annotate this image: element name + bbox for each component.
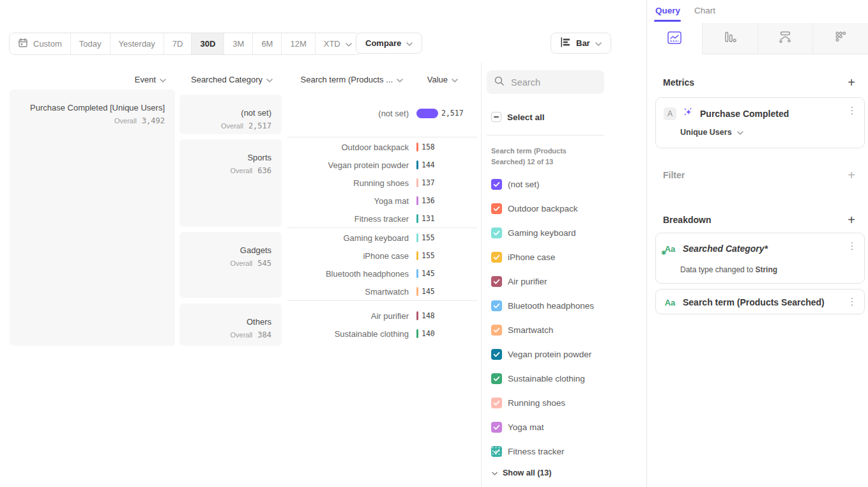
date-range-xtd[interactable]: XTD [316, 33, 360, 54]
legend-search-box[interactable] [487, 70, 604, 94]
column-header-value[interactable]: Value [409, 75, 458, 84]
column-header-event[interactable]: Event [10, 75, 166, 84]
divider [487, 135, 604, 135]
breakdown-card-searched-category[interactable]: Aa✱ Searched Category* ⋮ Data type chang… [655, 233, 865, 284]
colored-checkbox[interactable] [491, 300, 502, 311]
search-input[interactable] [510, 77, 597, 88]
column-header-searched-category[interactable]: Searched Category [179, 75, 273, 84]
term-row[interactable]: Running shoes137 [287, 174, 477, 192]
date-range-today[interactable]: Today [71, 33, 110, 54]
date-range-7d[interactable]: 7D [164, 33, 192, 54]
legend-item-sustainable-clothing[interactable]: Sustainable clothing [491, 372, 585, 385]
colored-checkbox[interactable] [491, 349, 502, 360]
term-row[interactable]: Smartwatch145 [287, 282, 477, 300]
colored-checkbox[interactable] [491, 276, 502, 287]
compare-button[interactable]: Compare [356, 33, 422, 54]
legend-item-vegan-protein-powder[interactable]: Vegan protein powder [491, 348, 591, 360]
term-label: Outdoor backpack [287, 143, 416, 152]
metrics-section-header: Metrics + [663, 76, 855, 89]
category-name: Gadgets [190, 245, 271, 255]
add-breakdown-button[interactable]: + [848, 213, 855, 226]
select-all-checkbox-row[interactable]: Select all [491, 112, 545, 122]
legend-item-gaming-keyboard[interactable]: Gaming keyboard [491, 226, 576, 239]
tab-chart[interactable]: Chart [694, 6, 715, 15]
add-metric-button[interactable]: + [848, 76, 855, 89]
kebab-menu-icon[interactable]: ⋮ [846, 105, 858, 116]
term-label: iPhone case [287, 251, 416, 261]
colored-checkbox[interactable] [491, 398, 502, 408]
term-row[interactable]: Outdoor backpack158 [287, 138, 477, 156]
term-row[interactable]: Air purifier148 [287, 307, 477, 325]
indeterminate-checkbox[interactable] [491, 112, 501, 122]
calendar-icon [18, 38, 28, 50]
colored-checkbox[interactable] [491, 422, 502, 433]
date-range-30d[interactable]: 30D [192, 33, 224, 54]
legend-caption: Search term (Products Searched) 12 of 13 [491, 146, 598, 167]
term-row[interactable]: iPhone case155 [287, 247, 477, 265]
kebab-menu-icon[interactable]: ⋮ [846, 296, 858, 307]
metric-card[interactable]: A Purchase Completed ⋮ Unique Users [655, 97, 865, 148]
date-range-yesterday[interactable]: Yesterday [110, 33, 164, 54]
category-cell[interactable]: (not set)Overall2,517 [179, 95, 282, 134]
term-row[interactable]: Fitness tracker131 [287, 210, 477, 228]
category-cell[interactable]: GadgetsOverall545 [179, 232, 282, 298]
breakdown-section-header: Breakdown + [663, 213, 855, 226]
date-range-12m[interactable]: 12M [282, 33, 315, 54]
value-bar [416, 251, 418, 260]
event-overall: Overall3,492 [20, 116, 165, 125]
legend-item-label: Fitness tracker [508, 447, 565, 456]
colored-checkbox[interactable] [491, 228, 502, 238]
legend-item-running-shoes[interactable]: Running shoes [491, 396, 565, 409]
colored-checkbox[interactable] [491, 179, 502, 190]
date-range-3m[interactable]: 3M [224, 33, 253, 54]
breakdown-card-search-term[interactable]: Aa Search term (Products Searched) ⋮ [655, 289, 865, 314]
legend-panel-divider [481, 63, 482, 487]
tab-insights[interactable] [647, 23, 702, 54]
category-overall: Overall2,517 [190, 121, 271, 130]
value-number: 148 [422, 311, 435, 320]
chevron-down-icon [346, 39, 352, 49]
chevron-down-icon [595, 38, 602, 48]
legend-item-outdoor-backpack[interactable]: Outdoor backpack [491, 202, 578, 215]
tab-query[interactable]: Query [655, 6, 680, 15]
colored-checkbox[interactable] [491, 373, 502, 384]
term-row[interactable]: Gaming keyboard155 [287, 229, 477, 247]
tab-retention[interactable] [812, 23, 868, 54]
column-header-search-term[interactable]: Search term (Products ... [287, 75, 403, 84]
add-filter-button[interactable]: + [848, 169, 855, 182]
select-all-label: Select all [507, 112, 545, 122]
retention-icon [834, 31, 848, 46]
event-cell[interactable]: Purchase Completed [Unique Users] Overal… [10, 89, 175, 346]
term-row[interactable]: Bluetooth headphones145 [287, 265, 477, 282]
legend-item-air-purifier[interactable]: Air purifier [491, 275, 547, 288]
term-row[interactable]: Sustainable clothing140 [287, 325, 477, 343]
category-cell[interactable]: SportsOverall636 [179, 139, 282, 227]
colored-checkbox[interactable] [491, 203, 502, 214]
kebab-menu-icon[interactable]: ⋮ [846, 240, 858, 252]
colored-checkbox[interactable] [491, 252, 502, 263]
date-range-custom[interactable]: Custom [10, 33, 71, 54]
term-row[interactable]: (not set)2,517 [287, 104, 477, 122]
tab-flows[interactable] [758, 23, 813, 54]
category-cell[interactable]: OthersOverall384 [179, 304, 282, 346]
term-value-cell: 140 [416, 329, 477, 338]
legend-item-yoga-mat[interactable]: Yoga mat [491, 421, 544, 433]
term-row[interactable]: Vegan protein powder144 [287, 156, 477, 174]
legend-item-iphone-case[interactable]: iPhone case [491, 251, 555, 263]
term-value-cell: 136 [416, 196, 477, 205]
colored-checkbox[interactable] [491, 446, 502, 457]
legend-item-bluetooth-headphones[interactable]: Bluetooth headphones [491, 299, 594, 312]
date-range-6m[interactable]: 6M [253, 33, 282, 54]
colored-checkbox[interactable] [491, 325, 502, 336]
legend-item-smartwatch[interactable]: Smartwatch [491, 323, 553, 336]
term-row[interactable]: Yoga mat136 [287, 192, 477, 210]
value-bar [416, 311, 418, 320]
measure-dropdown[interactable]: Unique Users [680, 128, 743, 137]
legend-item-fitness-tracker[interactable]: Fitness tracker [491, 445, 565, 458]
term-value-cell: 155 [416, 233, 477, 242]
tab-funnels[interactable] [702, 23, 758, 54]
legend-item--not-set-[interactable]: (not set) [491, 178, 540, 190]
show-all-button[interactable]: Show all (13) [492, 468, 551, 477]
value-number: 158 [422, 143, 435, 151]
chart-type-dropdown[interactable]: Bar [551, 33, 611, 54]
